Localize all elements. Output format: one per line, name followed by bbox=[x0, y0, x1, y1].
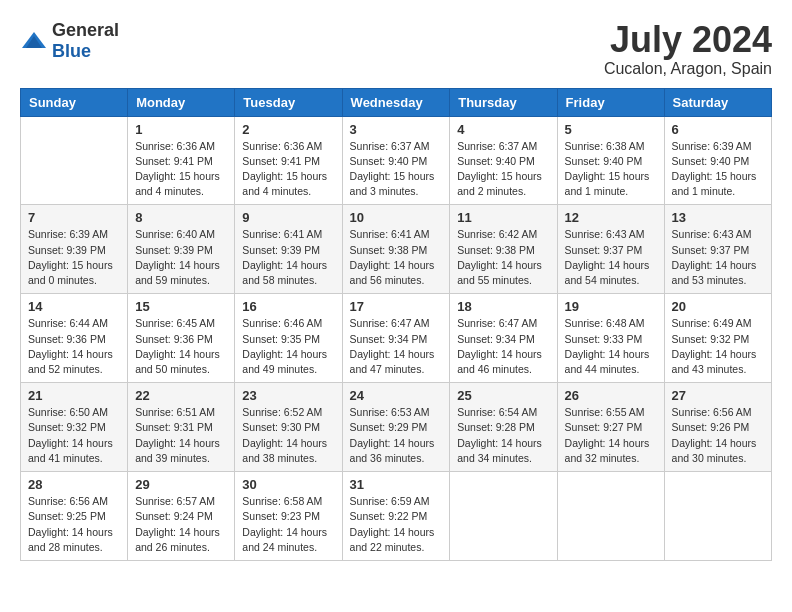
day-info: Sunrise: 6:40 AM Sunset: 9:39 PM Dayligh… bbox=[135, 227, 227, 288]
logo-icon bbox=[20, 30, 48, 52]
day-number: 11 bbox=[457, 210, 549, 225]
day-number: 10 bbox=[350, 210, 443, 225]
calendar-cell: 26Sunrise: 6:55 AM Sunset: 9:27 PM Dayli… bbox=[557, 383, 664, 472]
calendar-cell: 1Sunrise: 6:36 AM Sunset: 9:41 PM Daylig… bbox=[128, 116, 235, 205]
day-info: Sunrise: 6:44 AM Sunset: 9:36 PM Dayligh… bbox=[28, 316, 120, 377]
day-info: Sunrise: 6:49 AM Sunset: 9:32 PM Dayligh… bbox=[672, 316, 764, 377]
day-info: Sunrise: 6:36 AM Sunset: 9:41 PM Dayligh… bbox=[242, 139, 334, 200]
day-number: 4 bbox=[457, 122, 549, 137]
calendar-cell: 15Sunrise: 6:45 AM Sunset: 9:36 PM Dayli… bbox=[128, 294, 235, 383]
day-info: Sunrise: 6:43 AM Sunset: 9:37 PM Dayligh… bbox=[565, 227, 657, 288]
logo-blue: Blue bbox=[52, 41, 91, 61]
calendar-cell: 27Sunrise: 6:56 AM Sunset: 9:26 PM Dayli… bbox=[664, 383, 771, 472]
calendar-cell: 8Sunrise: 6:40 AM Sunset: 9:39 PM Daylig… bbox=[128, 205, 235, 294]
calendar-cell: 6Sunrise: 6:39 AM Sunset: 9:40 PM Daylig… bbox=[664, 116, 771, 205]
calendar-cell: 19Sunrise: 6:48 AM Sunset: 9:33 PM Dayli… bbox=[557, 294, 664, 383]
day-number: 13 bbox=[672, 210, 764, 225]
weekday-header-cell: Thursday bbox=[450, 88, 557, 116]
calendar-week-row: 21Sunrise: 6:50 AM Sunset: 9:32 PM Dayli… bbox=[21, 383, 772, 472]
day-info: Sunrise: 6:59 AM Sunset: 9:22 PM Dayligh… bbox=[350, 494, 443, 555]
day-info: Sunrise: 6:38 AM Sunset: 9:40 PM Dayligh… bbox=[565, 139, 657, 200]
calendar-cell: 20Sunrise: 6:49 AM Sunset: 9:32 PM Dayli… bbox=[664, 294, 771, 383]
day-number: 28 bbox=[28, 477, 120, 492]
calendar-cell bbox=[450, 472, 557, 561]
day-number: 19 bbox=[565, 299, 657, 314]
day-info: Sunrise: 6:52 AM Sunset: 9:30 PM Dayligh… bbox=[242, 405, 334, 466]
day-info: Sunrise: 6:48 AM Sunset: 9:33 PM Dayligh… bbox=[565, 316, 657, 377]
calendar-cell: 11Sunrise: 6:42 AM Sunset: 9:38 PM Dayli… bbox=[450, 205, 557, 294]
calendar-cell: 16Sunrise: 6:46 AM Sunset: 9:35 PM Dayli… bbox=[235, 294, 342, 383]
day-info: Sunrise: 6:47 AM Sunset: 9:34 PM Dayligh… bbox=[457, 316, 549, 377]
day-number: 25 bbox=[457, 388, 549, 403]
weekday-header-cell: Sunday bbox=[21, 88, 128, 116]
calendar-cell: 12Sunrise: 6:43 AM Sunset: 9:37 PM Dayli… bbox=[557, 205, 664, 294]
day-info: Sunrise: 6:50 AM Sunset: 9:32 PM Dayligh… bbox=[28, 405, 120, 466]
day-info: Sunrise: 6:41 AM Sunset: 9:38 PM Dayligh… bbox=[350, 227, 443, 288]
day-number: 24 bbox=[350, 388, 443, 403]
calendar-cell: 2Sunrise: 6:36 AM Sunset: 9:41 PM Daylig… bbox=[235, 116, 342, 205]
calendar-cell: 21Sunrise: 6:50 AM Sunset: 9:32 PM Dayli… bbox=[21, 383, 128, 472]
day-number: 3 bbox=[350, 122, 443, 137]
day-number: 23 bbox=[242, 388, 334, 403]
calendar-cell: 17Sunrise: 6:47 AM Sunset: 9:34 PM Dayli… bbox=[342, 294, 450, 383]
day-info: Sunrise: 6:57 AM Sunset: 9:24 PM Dayligh… bbox=[135, 494, 227, 555]
calendar-week-row: 7Sunrise: 6:39 AM Sunset: 9:39 PM Daylig… bbox=[21, 205, 772, 294]
logo-general: General bbox=[52, 20, 119, 40]
calendar-cell: 22Sunrise: 6:51 AM Sunset: 9:31 PM Dayli… bbox=[128, 383, 235, 472]
day-info: Sunrise: 6:36 AM Sunset: 9:41 PM Dayligh… bbox=[135, 139, 227, 200]
calendar-cell bbox=[21, 116, 128, 205]
weekday-header-cell: Friday bbox=[557, 88, 664, 116]
calendar-cell: 29Sunrise: 6:57 AM Sunset: 9:24 PM Dayli… bbox=[128, 472, 235, 561]
day-info: Sunrise: 6:45 AM Sunset: 9:36 PM Dayligh… bbox=[135, 316, 227, 377]
day-number: 31 bbox=[350, 477, 443, 492]
day-number: 15 bbox=[135, 299, 227, 314]
calendar-cell: 23Sunrise: 6:52 AM Sunset: 9:30 PM Dayli… bbox=[235, 383, 342, 472]
day-number: 17 bbox=[350, 299, 443, 314]
day-number: 7 bbox=[28, 210, 120, 225]
day-number: 5 bbox=[565, 122, 657, 137]
calendar-cell: 3Sunrise: 6:37 AM Sunset: 9:40 PM Daylig… bbox=[342, 116, 450, 205]
logo: General Blue bbox=[20, 20, 119, 62]
calendar-cell: 28Sunrise: 6:56 AM Sunset: 9:25 PM Dayli… bbox=[21, 472, 128, 561]
day-number: 27 bbox=[672, 388, 764, 403]
calendar-week-row: 28Sunrise: 6:56 AM Sunset: 9:25 PM Dayli… bbox=[21, 472, 772, 561]
day-number: 21 bbox=[28, 388, 120, 403]
calendar-cell: 30Sunrise: 6:58 AM Sunset: 9:23 PM Dayli… bbox=[235, 472, 342, 561]
weekday-header-cell: Monday bbox=[128, 88, 235, 116]
calendar-cell bbox=[557, 472, 664, 561]
day-info: Sunrise: 6:51 AM Sunset: 9:31 PM Dayligh… bbox=[135, 405, 227, 466]
month-title: July 2024 bbox=[604, 20, 772, 60]
day-info: Sunrise: 6:42 AM Sunset: 9:38 PM Dayligh… bbox=[457, 227, 549, 288]
day-number: 26 bbox=[565, 388, 657, 403]
calendar-cell: 13Sunrise: 6:43 AM Sunset: 9:37 PM Dayli… bbox=[664, 205, 771, 294]
day-info: Sunrise: 6:39 AM Sunset: 9:40 PM Dayligh… bbox=[672, 139, 764, 200]
page-header: General Blue July 2024 Cucalon, Aragon, … bbox=[20, 20, 772, 78]
weekday-header-row: SundayMondayTuesdayWednesdayThursdayFrid… bbox=[21, 88, 772, 116]
calendar-cell: 9Sunrise: 6:41 AM Sunset: 9:39 PM Daylig… bbox=[235, 205, 342, 294]
title-section: July 2024 Cucalon, Aragon, Spain bbox=[604, 20, 772, 78]
day-info: Sunrise: 6:56 AM Sunset: 9:25 PM Dayligh… bbox=[28, 494, 120, 555]
day-number: 30 bbox=[242, 477, 334, 492]
calendar-cell: 18Sunrise: 6:47 AM Sunset: 9:34 PM Dayli… bbox=[450, 294, 557, 383]
calendar-cell: 10Sunrise: 6:41 AM Sunset: 9:38 PM Dayli… bbox=[342, 205, 450, 294]
day-number: 29 bbox=[135, 477, 227, 492]
day-number: 14 bbox=[28, 299, 120, 314]
day-info: Sunrise: 6:55 AM Sunset: 9:27 PM Dayligh… bbox=[565, 405, 657, 466]
day-info: Sunrise: 6:41 AM Sunset: 9:39 PM Dayligh… bbox=[242, 227, 334, 288]
calendar-cell: 25Sunrise: 6:54 AM Sunset: 9:28 PM Dayli… bbox=[450, 383, 557, 472]
calendar-week-row: 1Sunrise: 6:36 AM Sunset: 9:41 PM Daylig… bbox=[21, 116, 772, 205]
day-info: Sunrise: 6:46 AM Sunset: 9:35 PM Dayligh… bbox=[242, 316, 334, 377]
calendar-cell bbox=[664, 472, 771, 561]
day-info: Sunrise: 6:39 AM Sunset: 9:39 PM Dayligh… bbox=[28, 227, 120, 288]
day-number: 16 bbox=[242, 299, 334, 314]
calendar-cell: 7Sunrise: 6:39 AM Sunset: 9:39 PM Daylig… bbox=[21, 205, 128, 294]
day-info: Sunrise: 6:54 AM Sunset: 9:28 PM Dayligh… bbox=[457, 405, 549, 466]
calendar-cell: 5Sunrise: 6:38 AM Sunset: 9:40 PM Daylig… bbox=[557, 116, 664, 205]
calendar-week-row: 14Sunrise: 6:44 AM Sunset: 9:36 PM Dayli… bbox=[21, 294, 772, 383]
day-number: 9 bbox=[242, 210, 334, 225]
day-number: 12 bbox=[565, 210, 657, 225]
day-info: Sunrise: 6:56 AM Sunset: 9:26 PM Dayligh… bbox=[672, 405, 764, 466]
day-number: 6 bbox=[672, 122, 764, 137]
day-info: Sunrise: 6:58 AM Sunset: 9:23 PM Dayligh… bbox=[242, 494, 334, 555]
calendar-body: 1Sunrise: 6:36 AM Sunset: 9:41 PM Daylig… bbox=[21, 116, 772, 560]
